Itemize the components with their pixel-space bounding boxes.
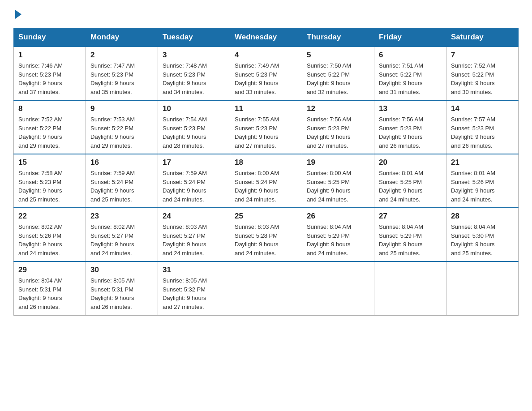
calendar-week-row: 22Sunrise: 8:02 AMSunset: 5:26 PMDayligh… bbox=[14, 208, 519, 261]
calendar-cell: 18Sunrise: 8:00 AMSunset: 5:24 PMDayligh… bbox=[230, 154, 302, 208]
calendar-cell: 16Sunrise: 7:59 AMSunset: 5:24 PMDayligh… bbox=[86, 154, 158, 208]
day-number: 11 bbox=[235, 104, 297, 113]
day-info: Sunrise: 7:58 AMSunset: 5:23 PMDaylight:… bbox=[18, 169, 81, 204]
calendar-header-saturday: Saturday bbox=[446, 28, 519, 47]
calendar-cell: 8Sunrise: 7:52 AMSunset: 5:22 PMDaylight… bbox=[14, 100, 86, 154]
calendar-cell bbox=[230, 261, 302, 315]
day-info: Sunrise: 7:52 AMSunset: 5:22 PMDaylight:… bbox=[18, 115, 81, 150]
day-number: 16 bbox=[90, 158, 153, 167]
calendar-cell: 25Sunrise: 8:03 AMSunset: 5:28 PMDayligh… bbox=[230, 208, 302, 261]
day-number: 24 bbox=[163, 212, 225, 221]
day-number: 5 bbox=[307, 51, 369, 60]
calendar-table: SundayMondayTuesdayWednesdayThursdayFrid… bbox=[13, 28, 519, 316]
day-number: 14 bbox=[451, 104, 514, 113]
calendar-cell: 9Sunrise: 7:53 AMSunset: 5:22 PMDaylight… bbox=[86, 100, 158, 154]
calendar-cell: 22Sunrise: 8:02 AMSunset: 5:26 PMDayligh… bbox=[14, 208, 86, 261]
calendar-cell: 10Sunrise: 7:54 AMSunset: 5:23 PMDayligh… bbox=[158, 100, 230, 154]
day-number: 18 bbox=[235, 158, 297, 167]
day-info: Sunrise: 8:00 AMSunset: 5:25 PMDaylight:… bbox=[307, 169, 369, 204]
day-number: 12 bbox=[307, 104, 369, 113]
day-number: 15 bbox=[18, 158, 81, 167]
day-info: Sunrise: 8:01 AMSunset: 5:26 PMDaylight:… bbox=[451, 169, 514, 204]
calendar-cell: 2Sunrise: 7:47 AMSunset: 5:23 PMDaylight… bbox=[86, 47, 158, 100]
day-number: 3 bbox=[163, 51, 225, 60]
day-number: 21 bbox=[451, 158, 514, 167]
calendar-cell: 29Sunrise: 8:04 AMSunset: 5:31 PMDayligh… bbox=[14, 261, 86, 315]
calendar-cell: 1Sunrise: 7:46 AMSunset: 5:23 PMDaylight… bbox=[14, 47, 86, 100]
day-number: 17 bbox=[163, 158, 225, 167]
day-number: 7 bbox=[451, 51, 514, 60]
day-number: 6 bbox=[379, 51, 442, 60]
day-info: Sunrise: 8:04 AMSunset: 5:29 PMDaylight:… bbox=[307, 223, 369, 257]
day-info: Sunrise: 7:56 AMSunset: 5:23 PMDaylight:… bbox=[307, 115, 369, 150]
day-info: Sunrise: 7:48 AMSunset: 5:23 PMDaylight:… bbox=[163, 61, 225, 96]
calendar-cell: 31Sunrise: 8:05 AMSunset: 5:32 PMDayligh… bbox=[158, 261, 230, 315]
day-info: Sunrise: 7:57 AMSunset: 5:23 PMDaylight:… bbox=[451, 115, 514, 150]
day-number: 31 bbox=[163, 265, 225, 274]
calendar-cell bbox=[302, 261, 374, 315]
calendar-cell: 6Sunrise: 7:51 AMSunset: 5:22 PMDaylight… bbox=[374, 47, 446, 100]
day-info: Sunrise: 8:00 AMSunset: 5:24 PMDaylight:… bbox=[235, 169, 297, 204]
calendar-header-tuesday: Tuesday bbox=[158, 28, 230, 47]
day-info: Sunrise: 8:01 AMSunset: 5:25 PMDaylight:… bbox=[379, 169, 442, 204]
calendar-cell bbox=[446, 261, 519, 315]
calendar-header-sunday: Sunday bbox=[14, 28, 86, 47]
day-info: Sunrise: 7:52 AMSunset: 5:22 PMDaylight:… bbox=[451, 61, 514, 96]
calendar-cell bbox=[374, 261, 446, 315]
day-number: 28 bbox=[451, 212, 514, 221]
calendar-cell: 20Sunrise: 8:01 AMSunset: 5:25 PMDayligh… bbox=[374, 154, 446, 208]
day-info: Sunrise: 8:04 AMSunset: 5:31 PMDaylight:… bbox=[18, 276, 81, 311]
calendar-cell: 17Sunrise: 7:59 AMSunset: 5:24 PMDayligh… bbox=[158, 154, 230, 208]
day-info: Sunrise: 8:03 AMSunset: 5:28 PMDaylight:… bbox=[235, 223, 297, 257]
day-info: Sunrise: 7:56 AMSunset: 5:23 PMDaylight:… bbox=[379, 115, 442, 150]
calendar-cell: 5Sunrise: 7:50 AMSunset: 5:22 PMDaylight… bbox=[302, 47, 374, 100]
calendar-cell: 14Sunrise: 7:57 AMSunset: 5:23 PMDayligh… bbox=[446, 100, 519, 154]
day-number: 20 bbox=[379, 158, 442, 167]
calendar-week-row: 8Sunrise: 7:52 AMSunset: 5:22 PMDaylight… bbox=[14, 100, 519, 154]
day-number: 22 bbox=[18, 212, 81, 221]
day-number: 27 bbox=[379, 212, 442, 221]
day-number: 9 bbox=[90, 104, 153, 113]
day-info: Sunrise: 8:02 AMSunset: 5:26 PMDaylight:… bbox=[18, 223, 81, 257]
day-number: 8 bbox=[18, 104, 81, 113]
day-number: 30 bbox=[90, 265, 153, 274]
day-info: Sunrise: 7:50 AMSunset: 5:22 PMDaylight:… bbox=[307, 61, 369, 96]
day-number: 10 bbox=[163, 104, 225, 113]
logo bbox=[13, 9, 23, 19]
calendar-cell: 27Sunrise: 8:04 AMSunset: 5:29 PMDayligh… bbox=[374, 208, 446, 261]
calendar-header-thursday: Thursday bbox=[302, 28, 374, 47]
day-info: Sunrise: 7:46 AMSunset: 5:23 PMDaylight:… bbox=[18, 61, 81, 96]
calendar-cell: 28Sunrise: 8:04 AMSunset: 5:30 PMDayligh… bbox=[446, 208, 519, 261]
calendar-cell: 24Sunrise: 8:03 AMSunset: 5:27 PMDayligh… bbox=[158, 208, 230, 261]
day-number: 26 bbox=[307, 212, 369, 221]
day-info: Sunrise: 8:04 AMSunset: 5:30 PMDaylight:… bbox=[451, 223, 514, 257]
day-number: 2 bbox=[90, 51, 153, 60]
calendar-cell: 21Sunrise: 8:01 AMSunset: 5:26 PMDayligh… bbox=[446, 154, 519, 208]
day-info: Sunrise: 8:03 AMSunset: 5:27 PMDaylight:… bbox=[163, 223, 225, 257]
day-info: Sunrise: 7:59 AMSunset: 5:24 PMDaylight:… bbox=[90, 169, 153, 204]
day-info: Sunrise: 8:04 AMSunset: 5:29 PMDaylight:… bbox=[379, 223, 442, 257]
calendar-cell: 7Sunrise: 7:52 AMSunset: 5:22 PMDaylight… bbox=[446, 47, 519, 100]
calendar-header-row: SundayMondayTuesdayWednesdayThursdayFrid… bbox=[14, 28, 519, 47]
day-info: Sunrise: 8:05 AMSunset: 5:32 PMDaylight:… bbox=[163, 276, 225, 311]
day-info: Sunrise: 8:05 AMSunset: 5:31 PMDaylight:… bbox=[90, 276, 153, 311]
day-number: 4 bbox=[235, 51, 297, 60]
calendar-cell: 26Sunrise: 8:04 AMSunset: 5:29 PMDayligh… bbox=[302, 208, 374, 261]
calendar-cell: 4Sunrise: 7:49 AMSunset: 5:23 PMDaylight… bbox=[230, 47, 302, 100]
page-header bbox=[13, 9, 519, 19]
day-number: 23 bbox=[90, 212, 153, 221]
day-number: 13 bbox=[379, 104, 442, 113]
day-info: Sunrise: 7:49 AMSunset: 5:23 PMDaylight:… bbox=[235, 61, 297, 96]
calendar-cell: 15Sunrise: 7:58 AMSunset: 5:23 PMDayligh… bbox=[14, 154, 86, 208]
day-number: 1 bbox=[18, 51, 81, 60]
day-info: Sunrise: 7:59 AMSunset: 5:24 PMDaylight:… bbox=[163, 169, 225, 204]
calendar-cell: 11Sunrise: 7:55 AMSunset: 5:23 PMDayligh… bbox=[230, 100, 302, 154]
day-info: Sunrise: 7:51 AMSunset: 5:22 PMDaylight:… bbox=[379, 61, 442, 96]
calendar-week-row: 29Sunrise: 8:04 AMSunset: 5:31 PMDayligh… bbox=[14, 261, 519, 315]
calendar-header-friday: Friday bbox=[374, 28, 446, 47]
calendar-cell: 19Sunrise: 8:00 AMSunset: 5:25 PMDayligh… bbox=[302, 154, 374, 208]
calendar-header-wednesday: Wednesday bbox=[230, 28, 302, 47]
calendar-cell: 13Sunrise: 7:56 AMSunset: 5:23 PMDayligh… bbox=[374, 100, 446, 154]
calendar-cell: 23Sunrise: 8:02 AMSunset: 5:27 PMDayligh… bbox=[86, 208, 158, 261]
calendar-week-row: 1Sunrise: 7:46 AMSunset: 5:23 PMDaylight… bbox=[14, 47, 519, 100]
